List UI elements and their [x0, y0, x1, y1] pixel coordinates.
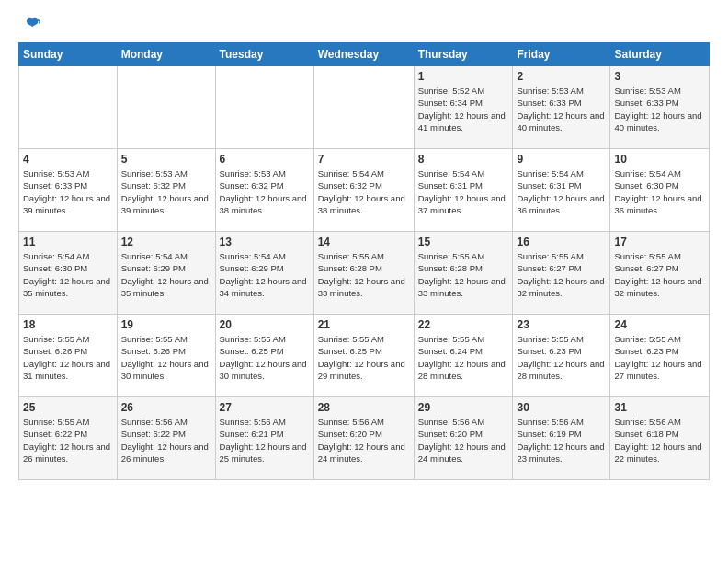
day-number: 29	[418, 401, 509, 414]
day-number: 31	[614, 401, 705, 414]
calendar-cell: 23Sunrise: 5:55 AM Sunset: 6:23 PM Dayli…	[513, 315, 610, 397]
day-header-wednesday: Wednesday	[313, 43, 414, 66]
day-number: 22	[418, 318, 509, 331]
day-info: Sunrise: 5:53 AM Sunset: 6:33 PM Dayligh…	[517, 85, 606, 133]
calendar-cell: 9Sunrise: 5:54 AM Sunset: 6:31 PM Daylig…	[513, 149, 610, 232]
day-header-thursday: Thursday	[414, 43, 513, 66]
day-number: 21	[318, 318, 410, 331]
day-info: Sunrise: 5:56 AM Sunset: 6:20 PM Dayligh…	[418, 416, 509, 465]
calendar-week-row: 4Sunrise: 5:53 AM Sunset: 6:33 PM Daylig…	[19, 149, 710, 232]
day-number: 12	[121, 236, 211, 248]
day-number: 28	[318, 401, 410, 414]
calendar-cell: 6Sunrise: 5:53 AM Sunset: 6:32 PM Daylig…	[215, 149, 313, 232]
day-info: Sunrise: 5:53 AM Sunset: 6:33 PM Dayligh…	[614, 85, 705, 133]
calendar-week-row: 11Sunrise: 5:54 AM Sunset: 6:30 PM Dayli…	[19, 232, 710, 315]
calendar-cell: 19Sunrise: 5:55 AM Sunset: 6:26 PM Dayli…	[117, 315, 215, 397]
day-number: 10	[614, 153, 705, 166]
calendar-header-row: SundayMondayTuesdayWednesdayThursdayFrid…	[19, 43, 710, 66]
calendar-cell: 17Sunrise: 5:55 AM Sunset: 6:27 PM Dayli…	[610, 232, 710, 315]
day-number: 17	[614, 236, 705, 248]
day-number: 25	[23, 401, 113, 414]
day-info: Sunrise: 5:54 AM Sunset: 6:31 PM Dayligh…	[517, 167, 606, 216]
day-info: Sunrise: 5:55 AM Sunset: 6:23 PM Dayligh…	[614, 333, 705, 382]
day-info: Sunrise: 5:55 AM Sunset: 6:23 PM Dayligh…	[517, 333, 606, 382]
calendar-cell: 25Sunrise: 5:55 AM Sunset: 6:22 PM Dayli…	[19, 397, 118, 480]
day-number: 1	[418, 70, 509, 83]
calendar-cell: 29Sunrise: 5:56 AM Sunset: 6:20 PM Dayli…	[414, 397, 513, 480]
day-number: 3	[614, 70, 705, 83]
calendar-cell: 22Sunrise: 5:55 AM Sunset: 6:24 PM Dayli…	[414, 315, 513, 397]
calendar-cell: 20Sunrise: 5:55 AM Sunset: 6:25 PM Dayli…	[215, 315, 313, 397]
day-info: Sunrise: 5:53 AM Sunset: 6:32 PM Dayligh…	[121, 167, 211, 216]
calendar-cell: 26Sunrise: 5:56 AM Sunset: 6:22 PM Dayli…	[117, 397, 215, 480]
day-info: Sunrise: 5:55 AM Sunset: 6:25 PM Dayligh…	[220, 333, 310, 382]
day-info: Sunrise: 5:52 AM Sunset: 6:34 PM Dayligh…	[418, 85, 509, 133]
day-number: 15	[418, 236, 509, 248]
day-header-saturday: Saturday	[610, 43, 710, 66]
day-number: 24	[614, 318, 705, 331]
calendar-cell	[19, 66, 118, 149]
day-number: 11	[23, 236, 113, 248]
day-number: 8	[418, 153, 509, 166]
day-info: Sunrise: 5:55 AM Sunset: 6:28 PM Dayligh…	[318, 250, 410, 299]
calendar-week-row: 18Sunrise: 5:55 AM Sunset: 6:26 PM Dayli…	[19, 315, 710, 397]
day-number: 20	[220, 318, 310, 331]
logo-bird-icon	[20, 15, 40, 35]
logo	[18, 15, 40, 35]
calendar-cell: 5Sunrise: 5:53 AM Sunset: 6:32 PM Daylig…	[117, 149, 215, 232]
day-info: Sunrise: 5:56 AM Sunset: 6:20 PM Dayligh…	[318, 416, 410, 465]
day-number: 16	[517, 236, 606, 248]
calendar-week-row: 25Sunrise: 5:55 AM Sunset: 6:22 PM Dayli…	[19, 397, 710, 480]
day-info: Sunrise: 5:54 AM Sunset: 6:31 PM Dayligh…	[418, 167, 509, 216]
day-header-monday: Monday	[117, 43, 215, 66]
calendar-cell: 3Sunrise: 5:53 AM Sunset: 6:33 PM Daylig…	[610, 66, 710, 149]
day-info: Sunrise: 5:55 AM Sunset: 6:25 PM Dayligh…	[318, 333, 410, 382]
day-number: 9	[517, 153, 606, 166]
calendar-cell: 11Sunrise: 5:54 AM Sunset: 6:30 PM Dayli…	[19, 232, 118, 315]
calendar-cell: 27Sunrise: 5:56 AM Sunset: 6:21 PM Dayli…	[215, 397, 313, 480]
day-info: Sunrise: 5:53 AM Sunset: 6:33 PM Dayligh…	[23, 167, 113, 216]
calendar-cell: 18Sunrise: 5:55 AM Sunset: 6:26 PM Dayli…	[19, 315, 118, 397]
day-number: 23	[517, 318, 606, 331]
calendar-cell: 16Sunrise: 5:55 AM Sunset: 6:27 PM Dayli…	[513, 232, 610, 315]
calendar-cell: 7Sunrise: 5:54 AM Sunset: 6:32 PM Daylig…	[313, 149, 414, 232]
calendar-cell: 13Sunrise: 5:54 AM Sunset: 6:29 PM Dayli…	[215, 232, 313, 315]
day-info: Sunrise: 5:54 AM Sunset: 6:29 PM Dayligh…	[121, 250, 211, 299]
day-info: Sunrise: 5:55 AM Sunset: 6:27 PM Dayligh…	[517, 250, 606, 299]
day-header-friday: Friday	[513, 43, 610, 66]
calendar-cell: 21Sunrise: 5:55 AM Sunset: 6:25 PM Dayli…	[313, 315, 414, 397]
day-number: 18	[23, 318, 113, 331]
calendar-cell: 4Sunrise: 5:53 AM Sunset: 6:33 PM Daylig…	[19, 149, 118, 232]
day-number: 26	[121, 401, 211, 414]
day-info: Sunrise: 5:55 AM Sunset: 6:28 PM Dayligh…	[418, 250, 509, 299]
day-header-tuesday: Tuesday	[215, 43, 313, 66]
day-info: Sunrise: 5:54 AM Sunset: 6:32 PM Dayligh…	[318, 167, 410, 216]
day-info: Sunrise: 5:56 AM Sunset: 6:22 PM Dayligh…	[121, 416, 211, 465]
day-info: Sunrise: 5:55 AM Sunset: 6:24 PM Dayligh…	[418, 333, 509, 382]
day-info: Sunrise: 5:54 AM Sunset: 6:30 PM Dayligh…	[614, 167, 705, 216]
day-info: Sunrise: 5:55 AM Sunset: 6:26 PM Dayligh…	[23, 333, 113, 382]
calendar-cell: 10Sunrise: 5:54 AM Sunset: 6:30 PM Dayli…	[610, 149, 710, 232]
day-info: Sunrise: 5:55 AM Sunset: 6:27 PM Dayligh…	[614, 250, 705, 299]
day-number: 14	[318, 236, 410, 248]
calendar-cell	[313, 66, 414, 149]
day-info: Sunrise: 5:56 AM Sunset: 6:21 PM Dayligh…	[220, 416, 310, 465]
calendar-cell: 2Sunrise: 5:53 AM Sunset: 6:33 PM Daylig…	[513, 66, 610, 149]
day-info: Sunrise: 5:53 AM Sunset: 6:32 PM Dayligh…	[220, 167, 310, 216]
day-info: Sunrise: 5:55 AM Sunset: 6:22 PM Dayligh…	[23, 416, 113, 465]
calendar-cell: 14Sunrise: 5:55 AM Sunset: 6:28 PM Dayli…	[313, 232, 414, 315]
day-number: 13	[220, 236, 310, 248]
day-number: 19	[121, 318, 211, 331]
calendar-cell: 1Sunrise: 5:52 AM Sunset: 6:34 PM Daylig…	[414, 66, 513, 149]
day-info: Sunrise: 5:54 AM Sunset: 6:29 PM Dayligh…	[220, 250, 310, 299]
day-number: 5	[121, 153, 211, 166]
calendar-cell	[215, 66, 313, 149]
calendar-cell: 8Sunrise: 5:54 AM Sunset: 6:31 PM Daylig…	[414, 149, 513, 232]
calendar-table: SundayMondayTuesdayWednesdayThursdayFrid…	[18, 42, 710, 480]
calendar-week-row: 1Sunrise: 5:52 AM Sunset: 6:34 PM Daylig…	[19, 66, 710, 149]
calendar-cell: 15Sunrise: 5:55 AM Sunset: 6:28 PM Dayli…	[414, 232, 513, 315]
day-number: 4	[23, 153, 113, 166]
day-info: Sunrise: 5:56 AM Sunset: 6:19 PM Dayligh…	[517, 416, 606, 465]
day-info: Sunrise: 5:54 AM Sunset: 6:30 PM Dayligh…	[23, 250, 113, 299]
calendar-cell	[117, 66, 215, 149]
